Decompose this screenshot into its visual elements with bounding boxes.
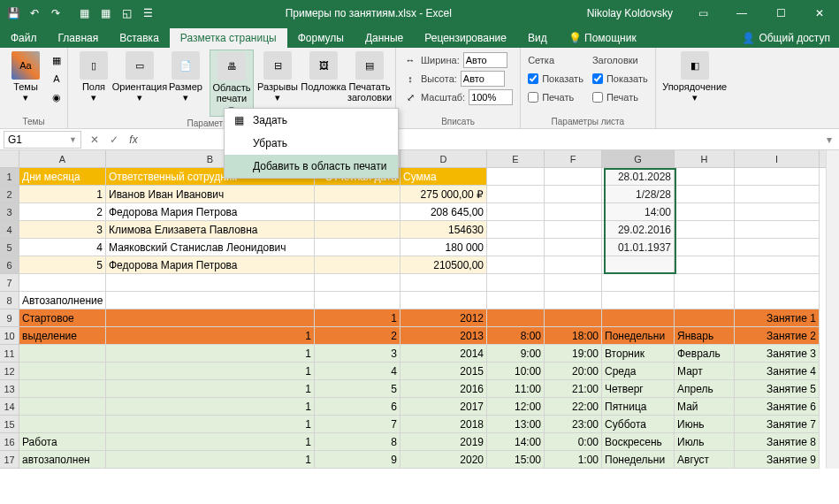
row-header[interactable]: 4 [0,221,19,239]
cell[interactable] [602,292,675,309]
cell[interactable]: 1 [106,380,315,398]
cell[interactable] [675,256,735,274]
cell[interactable]: Занятие 7 [735,416,820,433]
cell[interactable]: 9 [315,451,400,469]
cell[interactable]: Занятие 2 [735,327,820,345]
margins-button[interactable]: ▯Поля▾ [72,50,116,104]
cell[interactable]: 19:00 [545,345,602,363]
undo-icon[interactable]: ↶ [25,4,44,23]
cell[interactable]: выделение [19,327,106,345]
arrange-button[interactable]: ◧Упорядочение▾ [660,50,730,104]
cell[interactable]: 208 645,00 [400,203,487,221]
cell[interactable]: 10:00 [487,363,545,380]
col-header[interactable]: G [602,150,675,167]
cell[interactable] [487,186,545,203]
cell[interactable]: 2020 [400,451,487,469]
cell[interactable]: 5 [19,256,106,274]
colors-button[interactable]: ▦ [50,51,64,69]
cell[interactable]: Маяковский Станислав Леонидович [106,239,315,256]
scale-input[interactable] [469,89,513,105]
cell[interactable] [675,168,735,186]
cell[interactable]: 1 [106,433,315,451]
cell[interactable]: Июль [675,433,735,451]
tab-page-layout[interactable]: Разметка страницы [170,28,287,48]
cell[interactable]: Пятница [602,398,675,416]
cell[interactable] [19,416,106,433]
col-header[interactable]: A [19,150,106,167]
cell[interactable] [315,239,400,256]
cell[interactable]: 154630 [400,221,487,239]
cell[interactable] [675,292,735,309]
cell[interactable] [602,309,675,327]
cell[interactable] [545,186,602,203]
row-header[interactable]: 5 [0,239,19,256]
row-header[interactable]: 12 [0,363,19,380]
cell[interactable]: Январь [675,327,735,345]
cell[interactable]: 1 [106,363,315,380]
cell[interactable]: 9:00 [487,345,545,363]
add-print-area-item[interactable]: Добавить в область печати [225,155,398,178]
cancel-formula-icon[interactable]: ✕ [85,131,104,149]
cell[interactable] [545,274,602,292]
cell[interactable]: Май [675,398,735,416]
cell[interactable] [602,256,675,274]
cell[interactable] [735,239,820,256]
enter-formula-icon[interactable]: ✓ [104,131,124,149]
cell[interactable]: Занятие 4 [735,363,820,380]
cell[interactable]: Занятие 1 [735,309,820,327]
row-header[interactable]: 17 [0,451,19,469]
cell[interactable]: 275 000,00 ₽ [400,186,487,203]
cell[interactable]: Занятие 3 [735,345,820,363]
cell[interactable] [487,239,545,256]
row-header[interactable]: 9 [0,309,19,327]
minimize-icon[interactable]: — [722,0,761,27]
cell[interactable]: 20:00 [545,363,602,380]
set-print-area-item[interactable]: ▦Задать [225,109,398,132]
cell[interactable] [675,239,735,256]
cell[interactable]: Автозаполнение [19,292,106,309]
cell[interactable]: автозаполнен [19,451,106,469]
cell[interactable] [675,186,735,203]
cell[interactable]: 2019 [400,433,487,451]
cell[interactable] [735,221,820,239]
cell[interactable]: 1 [19,186,106,203]
expand-formula-icon[interactable]: ▾ [820,131,839,149]
row-header[interactable]: 13 [0,380,19,398]
size-button[interactable]: 📄Размер▾ [164,50,208,104]
cell[interactable]: Среда [602,363,675,380]
cell[interactable] [400,274,487,292]
fx-icon[interactable]: fx [124,131,143,149]
cell[interactable]: 2 [315,327,400,345]
themes-button[interactable]: AaТемы▾ [4,50,48,104]
tab-data[interactable]: Данные [355,28,414,48]
cell[interactable]: 1 [106,345,315,363]
cell[interactable] [487,274,545,292]
print-area-button[interactable]: 🖶Область печати▾ [210,50,254,117]
tab-home[interactable]: Главная [48,28,110,48]
cell[interactable] [735,186,820,203]
cell[interactable]: 8:00 [487,327,545,345]
cell[interactable]: 6 [315,398,400,416]
gridlines-print-checkbox[interactable] [528,92,538,103]
cell[interactable]: 2013 [400,327,487,345]
cell[interactable]: Федорова Мария Петрова [106,203,315,221]
cell[interactable]: 1 [106,327,315,345]
headings-view-checkbox[interactable] [592,73,603,84]
user-name[interactable]: Nikolay Koldovsky [576,7,683,19]
qat-btn-1[interactable]: ▦ [74,4,94,23]
cell[interactable]: 0:00 [545,433,602,451]
col-header[interactable]: I [735,150,820,167]
qat-btn-3[interactable]: ◱ [117,4,136,23]
cell[interactable]: Климова Елизавета Павловна [106,221,315,239]
cell[interactable]: Дни месяца [19,168,106,186]
cell[interactable]: 2015 [400,363,487,380]
cell[interactable] [487,221,545,239]
cell[interactable]: 14:00 [487,433,545,451]
tab-formulas[interactable]: Формулы [287,28,355,48]
cell[interactable]: Август [675,451,735,469]
cell[interactable] [106,274,315,292]
cell[interactable]: 2 [19,203,106,221]
cell[interactable] [545,309,602,327]
cell[interactable] [735,292,820,309]
cell[interactable]: Занятие 8 [735,433,820,451]
